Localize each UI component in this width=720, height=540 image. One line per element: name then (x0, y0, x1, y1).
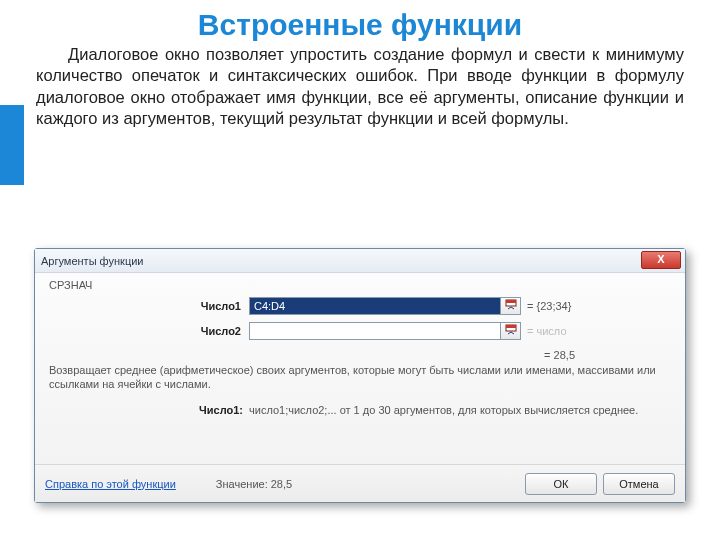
page-title: Встроенные функции (36, 8, 684, 42)
range-selector-button[interactable] (501, 322, 521, 340)
argument-label: Число1 (49, 300, 249, 312)
dialog-titlebar[interactable]: Аргументы функции X (35, 249, 685, 273)
function-description: Возвращает среднее (арифметическое) свои… (35, 361, 685, 392)
cancel-button[interactable]: Отмена (603, 473, 675, 495)
function-arguments-dialog: Аргументы функции X СРЗНАЧ Число1 = {23;… (34, 248, 686, 503)
argument-evaluated: = число (521, 325, 567, 337)
range-selector-icon (505, 297, 517, 315)
intro-paragraph: Диалоговое окно позволяет упростить созд… (36, 44, 684, 130)
result-value-label: Значение: 28,5 (216, 478, 292, 490)
function-name: СРЗНАЧ (35, 273, 685, 291)
close-button[interactable]: X (641, 251, 681, 269)
close-icon: X (657, 253, 664, 265)
svg-rect-1 (506, 300, 516, 303)
argument-input-wrap (249, 322, 521, 340)
argument-input-2[interactable] (249, 322, 501, 340)
argument-row: Число2 = число (49, 320, 671, 342)
ok-button[interactable]: ОК (525, 473, 597, 495)
accent-side-bar (0, 105, 24, 185)
dialog-bottom-bar: Справка по этой функции Значение: 28,5 О… (35, 464, 685, 502)
range-selector-icon (505, 322, 517, 340)
function-result: = 28,5 (35, 345, 685, 361)
dialog-title: Аргументы функции (41, 255, 144, 267)
argument-row: Число1 = {23;34} (49, 295, 671, 317)
argument-help-text: число1;число2;... от 1 до 30 аргументов,… (249, 404, 671, 416)
argument-label: Число2 (49, 325, 249, 337)
slide-content: Встроенные функции Диалоговое окно позво… (0, 0, 720, 130)
range-selector-button[interactable] (501, 297, 521, 315)
argument-help-label: Число1: (49, 404, 249, 416)
argument-help: Число1: число1;число2;... от 1 до 30 арг… (35, 392, 685, 416)
arguments-area: Число1 = {23;34} Число2 (35, 291, 685, 342)
argument-input-1[interactable] (249, 297, 501, 315)
svg-rect-3 (506, 325, 516, 328)
help-link[interactable]: Справка по этой функции (45, 478, 176, 490)
argument-evaluated: = {23;34} (521, 300, 571, 312)
argument-input-wrap (249, 297, 521, 315)
